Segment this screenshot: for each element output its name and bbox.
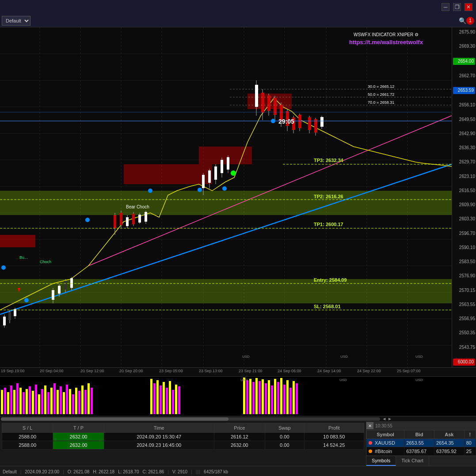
table-row[interactable]: 2588.00 2632.00 2024.09.23 16:45:00 2632… (2, 441, 364, 450)
svg-rect-142 (53, 383, 56, 414)
svg-rect-57 (145, 212, 147, 222)
svg-rect-131 (19, 388, 22, 414)
time-label-8: 24 Sep 14:00 (317, 369, 341, 373)
svg-text:USD: USD (240, 378, 248, 382)
svg-rect-177 (280, 378, 282, 414)
svg-text:WSWFX INDICATOR XNIPER ⚙: WSWFX INDICATOR XNIPER ⚙ (354, 32, 419, 37)
volume-panel: USD USD USD 33.219 0.00 -14.5764 (0, 376, 476, 416)
time-label-7: 24 Sep 06:00 (278, 369, 301, 373)
restore-button[interactable]: ❐ (453, 3, 461, 11)
svg-rect-134 (29, 386, 31, 414)
market-watch-close[interactable]: ✕ (366, 422, 373, 429)
xauusd-bid: 2653.55 (404, 439, 434, 447)
price-2563: 2563.55 (453, 302, 475, 308)
xauusd-row[interactable]: XAUUSD 2653.55 2654.35 80 (367, 439, 476, 447)
search-icon[interactable]: 🔍 (459, 17, 466, 24)
svg-rect-161 (169, 381, 171, 414)
time-label-0: 19 Sep 19:00 (1, 369, 25, 373)
mw-col-bid: Bid (404, 431, 434, 439)
col-profit: Profit (304, 423, 364, 433)
row1-time: 2024.09.20 15:30:47 (104, 433, 214, 441)
svg-rect-133 (26, 389, 28, 414)
mw-col-spread: ! (464, 431, 476, 439)
svg-rect-127 (7, 392, 9, 414)
status-separator-3: | (168, 469, 169, 474)
svg-rect-65 (221, 160, 223, 173)
notification-badge: 1 (466, 17, 474, 25)
svg-rect-153 (88, 383, 90, 414)
col-tp: T / P (53, 423, 104, 433)
status-low: L: 2618.70 (118, 469, 139, 474)
svg-point-106 (1, 265, 6, 270)
time-label-2: 20 Sep 12:00 (80, 369, 104, 373)
table-row[interactable]: 2588.00 2632.00 2024.09.20 15:30:47 2616… (2, 433, 364, 441)
row1-sl: 2588.00 (2, 433, 53, 441)
status-time: 2024.09.20 23:00 (25, 469, 59, 474)
market-watch-tabs: Symbols Tick Chart (366, 456, 476, 466)
svg-text:Entry: 2584.09: Entry: 2584.09 (314, 277, 347, 283)
svg-rect-45 (70, 278, 73, 288)
row2-tp: 2632.00 (53, 441, 104, 450)
price-2649: 2649.50 (453, 117, 475, 123)
svg-rect-28 (0, 235, 35, 247)
svg-rect-180 (289, 388, 292, 414)
time-label-4: 23 Sep 05:00 (159, 369, 183, 373)
svg-rect-179 (286, 380, 289, 414)
svg-rect-181 (293, 381, 295, 414)
svg-point-102 (148, 189, 152, 193)
status-bar: Default | 2024.09.20 23:00 | O: 2621.08 … (0, 466, 476, 476)
svg-rect-55 (138, 215, 141, 223)
svg-rect-156 (153, 383, 156, 414)
horizontal-scrollbar[interactable]: ◄ ► (0, 416, 476, 421)
main-chart[interactable]: 29:05 30.0 = 2665.12 50.0 = 2661.72 70.0… (0, 27, 476, 367)
price-red: 6000.00 (453, 359, 475, 366)
row1-profit: 10 083.50 (304, 433, 364, 441)
price-2609: 2609.90 (453, 202, 475, 208)
bitcoin-ask: 63785.92 (434, 447, 464, 456)
col-swap: Swap (265, 423, 305, 433)
minimize-button[interactable]: ─ (442, 3, 449, 11)
svg-rect-158 (160, 385, 162, 414)
svg-rect-39 (52, 290, 54, 300)
positions-table: S / L T / P Time Price Swap Profit 2588.… (2, 423, 364, 450)
price-2629: 2629.70 (453, 159, 475, 165)
price-2550: 2550.35 (453, 330, 475, 336)
price-2675: 2675.90 (453, 29, 475, 35)
market-watch-panel: ✕ 10:30:55 Symbol Bid Ask ! XAUUSD 2653 (366, 421, 476, 466)
svg-rect-141 (50, 388, 53, 414)
svg-rect-41 (58, 286, 61, 294)
tab-symbols[interactable]: Symbols (366, 456, 396, 466)
row2-price: 2632.00 (214, 441, 265, 450)
price-2596: 2596.70 (453, 230, 475, 237)
svg-rect-128 (10, 385, 12, 414)
xauusd-dot (369, 441, 372, 445)
svg-rect-47 (114, 215, 116, 228)
svg-rect-125 (1, 390, 3, 414)
status-separator-2: | (63, 469, 64, 474)
col-time: Time (104, 423, 214, 433)
svg-rect-32 (3, 317, 6, 325)
svg-text:Bear Choch: Bear Choch (126, 204, 149, 209)
svg-rect-176 (277, 382, 279, 414)
title-bar: ─ ❐ ✕ (0, 0, 476, 14)
svg-rect-67 (227, 157, 229, 170)
chart-profile-dropdown[interactable]: Default (2, 16, 30, 26)
svg-rect-34 (8, 312, 11, 320)
price-2662: 2662.70 (453, 73, 475, 79)
svg-rect-71 (261, 93, 264, 113)
svg-rect-147 (69, 389, 71, 414)
chart-canvas[interactable]: 29:05 30.0 = 2665.12 50.0 = 2661.72 70.0… (0, 27, 452, 367)
svg-point-107 (231, 170, 236, 176)
mw-col-symbol: Symbol (367, 431, 404, 439)
price-2653-highlight: 2653.59 (453, 87, 475, 94)
tab-tick-chart[interactable]: Tick Chart (396, 456, 429, 466)
bitcoin-bid: 63785.67 (404, 447, 434, 456)
status-memory: 6425/187 kb (204, 469, 228, 474)
svg-point-105 (271, 119, 275, 123)
svg-rect-132 (23, 392, 25, 414)
svg-text:USD: USD (415, 378, 423, 382)
price-axis: 2675.90 2669.30 2654.00 2662.70 2653.59 … (452, 27, 476, 367)
close-button[interactable]: ✕ (465, 3, 472, 11)
svg-text:Choch: Choch (40, 260, 51, 264)
bitcoin-row[interactable]: #Bitcoin 63785.67 63785.92 25 (367, 447, 476, 456)
